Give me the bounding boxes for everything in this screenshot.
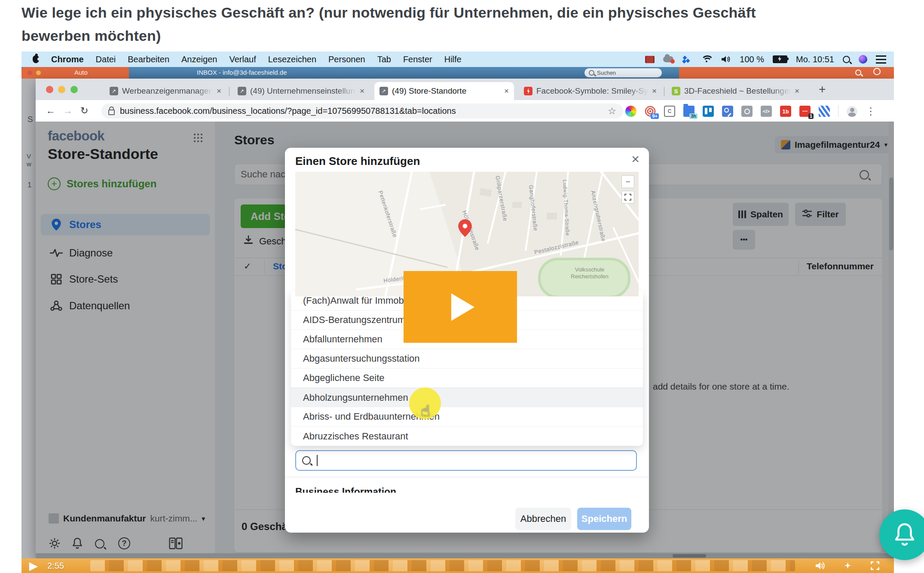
menu-datei[interactable]: Datei xyxy=(96,55,116,64)
facebook-business-favicon: ↗ xyxy=(238,87,246,95)
list-item[interactable]: Abgasuntersuchungsstation xyxy=(291,349,643,369)
mail-close-dot[interactable] xyxy=(28,70,32,75)
url-text[interactable]: business.facebook.com/business_locations… xyxy=(120,106,456,116)
trello-extension-icon[interactable] xyxy=(703,106,714,117)
tubebuddy-extension-icon[interactable]: 1b xyxy=(780,106,791,117)
screenrecorder-icon[interactable] xyxy=(645,56,655,63)
map-fullscreen-button[interactable] xyxy=(621,191,634,204)
reload-button[interactable]: ↻ xyxy=(80,105,88,116)
mail-right-search-icon[interactable] xyxy=(855,70,861,76)
calendar-extension-icon[interactable]: C xyxy=(664,106,675,117)
traffic-minimize-button[interactable] xyxy=(58,86,65,93)
cloud-record-icon[interactable] xyxy=(663,56,673,62)
mail-search-field[interactable]: Suchen xyxy=(584,68,662,77)
dropbox-icon[interactable] xyxy=(682,55,692,64)
spotlight-search-icon[interactable] xyxy=(843,56,850,63)
code-label: </> xyxy=(763,109,770,114)
dots-label: ... xyxy=(802,106,808,113)
extension-badge: 3h xyxy=(689,113,698,119)
tab-facebook-symbole[interactable]: Facebook-Symbole: Smiley-Sy × xyxy=(519,82,662,100)
cancel-button[interactable]: Abbrechen xyxy=(515,508,571,530)
menu-verlauf[interactable]: Verlauf xyxy=(229,55,256,64)
map-poi-label: VolksschuleReichertshofen xyxy=(553,266,626,280)
background-window-remnant: S V w 1 xyxy=(21,79,36,558)
traffic-zoom-button[interactable] xyxy=(70,86,78,93)
tab-unternehmenseinstellungen[interactable]: ↗ (49) Unternehmenseinstellung × xyxy=(233,82,370,100)
shopify-favicon: S xyxy=(672,87,680,95)
category-search-input[interactable] xyxy=(295,450,637,471)
tag-extension-icon[interactable] xyxy=(722,106,733,117)
battery-icon[interactable] xyxy=(773,55,787,63)
bookmark-star-icon[interactable]: ☆ xyxy=(608,106,616,117)
player-filmstrip-scrubber[interactable] xyxy=(90,560,795,571)
tab-close-icon[interactable]: × xyxy=(360,86,364,96)
menu-hilfe[interactable]: Hilfe xyxy=(444,55,462,64)
menu-lesezeichen[interactable]: Lesezeichen xyxy=(268,55,316,64)
code-extension-icon[interactable]: </> xyxy=(761,106,772,117)
profile-avatar[interactable] xyxy=(847,106,857,117)
calendar-letter: C xyxy=(668,108,672,114)
chrome-menu-icon[interactable]: ⋮ xyxy=(866,105,876,117)
list-item[interactable]: Abriss- und Erdbauunternehmen xyxy=(291,407,643,427)
tab-close-icon[interactable]: × xyxy=(504,86,509,96)
volume-icon[interactable] xyxy=(721,55,731,64)
forward-button[interactable]: → xyxy=(63,105,73,116)
menu-bearbeiten[interactable]: Bearbeiten xyxy=(128,55,169,64)
bell-icon xyxy=(893,522,917,547)
notification-center-icon[interactable] xyxy=(876,55,886,64)
colorwheel-extension-icon[interactable] xyxy=(625,106,636,117)
tab-3d-faceshield[interactable]: S 3D-Faceshield ~ Bestellungen × xyxy=(667,82,805,100)
mail-account-icon[interactable] xyxy=(873,68,881,75)
tab-close-icon[interactable]: × xyxy=(652,86,657,96)
wifi-icon[interactable] xyxy=(701,55,712,64)
player-volume-icon[interactable] xyxy=(814,561,826,572)
traffic-close-button[interactable] xyxy=(46,86,53,93)
mail-toolbar-right xyxy=(679,67,894,79)
tab-close-icon[interactable]: × xyxy=(217,86,221,96)
modal-close-icon[interactable]: × xyxy=(631,151,639,167)
camera-extension-icon[interactable] xyxy=(741,106,753,117)
menu-tab[interactable]: Tab xyxy=(377,55,391,64)
video-frame[interactable]: Chrome Datei Bearbeiten Anzeigen Verlauf… xyxy=(21,52,894,573)
tab-store-standorte[interactable]: ↗ (49) Store-Standorte × xyxy=(374,82,514,100)
mail-min-dot[interactable] xyxy=(36,70,41,75)
new-tab-button[interactable]: + xyxy=(819,82,826,96)
extensions-row: 9+ C 3h </> 1b ...1 ⋮ xyxy=(625,105,876,117)
list-item-highlighted[interactable]: Abholzungsunternehmen xyxy=(291,388,643,407)
poi-line2: Reichertshofen xyxy=(571,273,608,280)
map-pin-marker xyxy=(457,218,473,240)
back-button[interactable]: ← xyxy=(46,105,55,116)
tab-werbeanzeigenmanager[interactable]: ↗ Werbeanzeigenmanager - Wer × xyxy=(104,82,226,100)
modal-title: Einen Store hinzufügen xyxy=(295,155,420,168)
player-play-button[interactable]: ▶ xyxy=(29,559,38,573)
address-bar[interactable]: business.facebook.com/business_locations… xyxy=(101,104,623,119)
facebook-business-favicon: ↗ xyxy=(379,87,388,95)
menu-fenster[interactable]: Fenster xyxy=(403,55,432,64)
business-information-heading: Business Information xyxy=(295,486,396,493)
map-zoom-out-button[interactable]: − xyxy=(621,175,634,188)
https-lock-icon[interactable] xyxy=(108,110,115,115)
menu-chrome[interactable]: Chrome xyxy=(51,55,84,64)
list-item-text: (Fach)Anwalt für Immobilien xyxy=(303,295,421,306)
menu-anzeigen[interactable]: Anzeigen xyxy=(181,55,217,64)
player-time: 2:55 xyxy=(47,561,64,571)
apple-menu-icon[interactable] xyxy=(33,55,39,63)
save-button[interactable]: Speichern xyxy=(577,508,631,530)
page-title-line2: bewerben möchten) xyxy=(21,24,756,47)
menubar-clock[interactable]: Mo. 10:51 xyxy=(796,55,834,64)
list-item[interactable]: Abruzzisches Restaurant xyxy=(291,427,643,446)
list-item[interactable]: Abgeglichene Seite xyxy=(291,369,643,388)
tab-close-icon[interactable]: × xyxy=(795,86,799,96)
remnant-one: 1 xyxy=(28,181,31,189)
player-fullscreen-icon[interactable] xyxy=(870,561,880,572)
mail-inbox-label: INBOX - info@3d-faceshield.de xyxy=(197,69,287,76)
folder-extension-icon[interactable]: 3h xyxy=(683,106,695,117)
menu-personen[interactable]: Personen xyxy=(328,55,365,64)
spiral-extension-icon[interactable]: 9+ xyxy=(645,106,656,117)
player-sparkle-icon[interactable] xyxy=(844,562,851,569)
dots-extension-icon[interactable]: ...1 xyxy=(799,106,811,117)
battery-percent: 100 % xyxy=(740,55,764,64)
stripes-extension-icon[interactable] xyxy=(819,106,830,117)
video-play-overlay[interactable] xyxy=(404,271,517,343)
siri-icon[interactable] xyxy=(859,55,867,64)
